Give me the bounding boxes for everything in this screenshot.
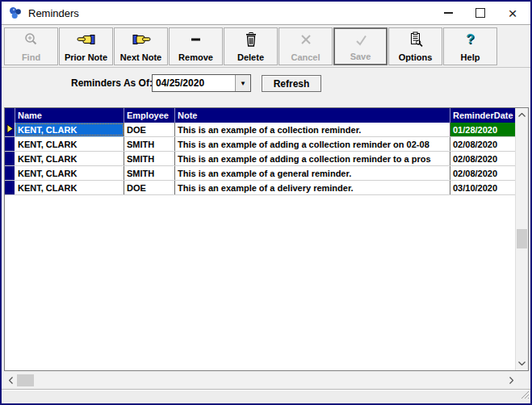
refresh-label: Refresh <box>274 78 310 90</box>
options-label: Options <box>399 52 433 62</box>
grid-body: KENT, CLARKDOEThis is an example of a co… <box>5 123 528 195</box>
magnifier-icon <box>23 31 40 48</box>
table-row[interactable]: KENT, CLARKDOEThis is an example of a de… <box>5 181 528 195</box>
minus-icon <box>187 31 205 48</box>
scroll-left-icon[interactable] <box>6 374 16 387</box>
options-button[interactable]: Options <box>388 27 442 65</box>
help-button[interactable]: ?Help <box>443 27 497 65</box>
cell-note[interactable]: This is an example of adding a collectio… <box>175 137 450 151</box>
refresh-button[interactable]: Refresh <box>262 75 321 92</box>
cell-note[interactable]: This is an example of a general reminder… <box>175 166 450 180</box>
find-button: Find <box>4 27 58 65</box>
cell-employee[interactable]: SMITH <box>124 137 175 151</box>
cancel-label: Cancel <box>291 52 320 62</box>
status-bar <box>2 390 530 403</box>
column-header-name[interactable]: Name <box>15 108 124 123</box>
help-icon: ? <box>466 31 474 48</box>
prior-note-label: Prior Note <box>65 52 107 62</box>
vertical-scrollbar[interactable] <box>515 108 528 370</box>
table-row[interactable]: KENT, CLARKSMITHThis is an example of a … <box>5 166 528 181</box>
row-indicator <box>5 137 15 151</box>
remove-label: Remove <box>178 52 213 62</box>
cell-employee[interactable]: SMITH <box>124 152 175 165</box>
remove-button[interactable]: Remove <box>169 27 223 65</box>
scroll-right-icon[interactable] <box>506 374 517 387</box>
horizontal-scroll-thumb[interactable] <box>17 374 34 386</box>
help-label: Help <box>461 52 480 62</box>
row-indicator <box>5 152 15 165</box>
vertical-scroll-thumb[interactable] <box>517 229 527 248</box>
reminders-as-of-label: Reminders As Of: <box>71 77 153 89</box>
cell-employee[interactable]: DOE <box>124 181 175 194</box>
check-icon <box>352 32 370 48</box>
save-label: Save <box>350 52 371 61</box>
maximize-button[interactable] <box>464 2 496 24</box>
cell-name[interactable]: KENT, CLARK <box>15 152 124 165</box>
grid-header: NameEmployeeNoteReminderDate <box>5 108 528 123</box>
row-indicator <box>5 166 15 180</box>
app-icon <box>8 6 23 20</box>
table-row[interactable]: KENT, CLARKSMITHThis is an example of ad… <box>5 137 528 152</box>
reminders-window: Reminders × FindPrior NoteNext NoteRemov… <box>0 0 532 405</box>
scroll-down-icon[interactable] <box>516 358 528 369</box>
prior-note-button[interactable]: Prior Note <box>59 27 113 65</box>
scroll-up-icon[interactable] <box>516 110 528 120</box>
resize-grip-icon[interactable] <box>520 388 530 403</box>
column-header-note[interactable]: Note <box>175 108 450 123</box>
cell-name[interactable]: KENT, CLARK <box>15 166 124 180</box>
x-icon <box>297 31 315 48</box>
cell-note[interactable]: This is an example of a collection remin… <box>175 123 450 136</box>
next-note-button[interactable]: Next Note <box>114 27 168 65</box>
next-note-label: Next Note <box>120 52 161 62</box>
cancel-button: Cancel <box>279 27 333 65</box>
trash-icon <box>242 31 260 48</box>
current-row-indicator <box>5 123 15 136</box>
cell-employee[interactable]: DOE <box>124 123 175 136</box>
cell-name[interactable]: KENT, CLARK <box>15 137 124 151</box>
hand-right-icon <box>132 31 151 48</box>
status-separator <box>2 389 530 390</box>
cell-note[interactable]: This is an example of adding a collectio… <box>175 152 450 165</box>
row-indicator <box>5 181 15 194</box>
cell-employee[interactable]: SMITH <box>124 166 175 180</box>
cell-name[interactable]: KENT, CLARK <box>15 123 124 136</box>
save-button: Save <box>333 27 387 65</box>
delete-label: Delete <box>237 52 264 62</box>
table-row[interactable]: KENT, CLARKSMITHThis is an example of ad… <box>5 152 528 166</box>
find-label: Find <box>22 52 40 62</box>
window-controls: × <box>432 2 529 24</box>
delete-button[interactable]: Delete <box>224 27 278 65</box>
close-button[interactable]: × <box>496 2 529 24</box>
column-header-employee[interactable]: Employee <box>124 108 175 123</box>
title-bar: Reminders × <box>2 2 530 25</box>
filter-row: Reminders As Of: 04/25/2020 ▼ Refresh <box>2 68 530 107</box>
row-arrow-icon <box>6 124 14 135</box>
toolbar: FindPrior NoteNext NoteRemoveDeleteCance… <box>2 25 530 68</box>
window-title: Reminders <box>28 7 79 19</box>
cell-name[interactable]: KENT, CLARK <box>15 181 124 194</box>
horizontal-scrollbar[interactable] <box>4 374 518 387</box>
table-row[interactable]: KENT, CLARKDOEThis is an example of a co… <box>5 123 528 137</box>
as-of-date-value: 04/25/2020 <box>153 77 235 89</box>
combobox-dropdown-icon[interactable]: ▼ <box>235 75 250 91</box>
hand-left-icon <box>77 31 96 48</box>
reminders-grid: NameEmployeeNoteReminderDate KENT, CLARK… <box>4 107 529 371</box>
column-header-indicator <box>5 108 15 123</box>
cell-note[interactable]: This is an example of a delivery reminde… <box>175 181 450 194</box>
minimize-button[interactable] <box>432 2 464 24</box>
options-icon <box>407 31 425 48</box>
as-of-date-combobox[interactable]: 04/25/2020 ▼ <box>152 74 251 92</box>
